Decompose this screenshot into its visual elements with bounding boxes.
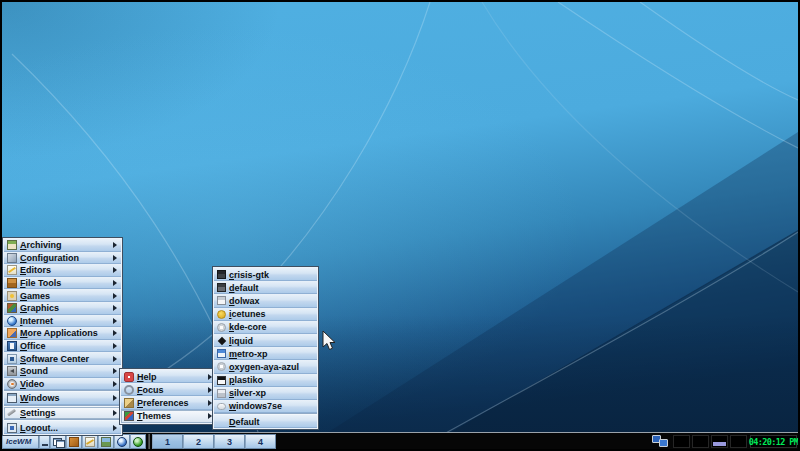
menu-item-windows[interactable]: Windows <box>4 392 121 405</box>
menu-item-dolwax[interactable]: dolwax <box>214 294 317 307</box>
menu-item-internet[interactable]: Internet <box>4 315 121 328</box>
menu-item-themes[interactable]: Themes <box>121 410 216 423</box>
submenu-arrow-icon <box>113 395 117 401</box>
theme-light-icon <box>217 296 226 305</box>
workspace-button-2[interactable]: 2 <box>183 434 214 449</box>
screen: Archiving Configuration Editors <box>0 0 800 451</box>
archiving-icon <box>7 240 17 250</box>
system-tray: 04:20:12 PM <box>651 434 797 449</box>
workspace-button-4[interactable]: 4 <box>245 434 276 449</box>
logout-icon <box>7 423 17 433</box>
menu-item-preferences[interactable]: Preferences <box>121 396 216 409</box>
workspace-button-1[interactable]: 1 <box>152 434 183 449</box>
submenu-arrow-icon <box>113 267 117 273</box>
menu-item-settings[interactable]: Settings <box>4 407 121 420</box>
menu-item-sound[interactable]: Sound <box>4 365 121 378</box>
focus-icon <box>124 385 134 395</box>
menu-item-crisis-gtk[interactable]: crisis-gtk <box>214 268 317 281</box>
window-list-button[interactable] <box>50 434 66 449</box>
submenu-arrow-icon <box>113 425 117 431</box>
submenu-arrow-icon <box>113 318 117 324</box>
menu-item-plastiko[interactable]: plastiko <box>214 374 317 387</box>
globe-green-icon <box>133 437 143 447</box>
menu-item-kde-core[interactable]: kde-core <box>214 321 317 334</box>
menu-item-help[interactable]: Help <box>121 370 216 383</box>
settings-icon <box>7 408 17 418</box>
internet-icon <box>7 316 17 326</box>
configuration-icon <box>7 253 17 263</box>
preferences-icon <box>124 398 134 408</box>
image-icon <box>101 437 111 447</box>
submenu-arrow-icon <box>113 356 117 362</box>
network-icon[interactable] <box>651 435 671 448</box>
launcher-browser-button[interactable] <box>114 434 130 449</box>
submenu-arrow-icon <box>113 255 117 261</box>
menu-item-default[interactable]: Default <box>214 415 317 428</box>
theme-bw-icon <box>217 376 226 385</box>
browser-icon <box>117 437 127 447</box>
menu-item-liquid[interactable]: liquid <box>214 334 317 347</box>
launcher-globe-green-button[interactable] <box>130 434 146 449</box>
start-button[interactable]: IceWM <box>2 434 39 449</box>
taskbar-separator <box>148 434 150 449</box>
tray-applet <box>711 435 728 448</box>
submenu-arrow-icon <box>113 410 117 416</box>
menu-item-games[interactable]: Games <box>4 289 121 302</box>
sound-icon <box>7 366 17 376</box>
theme-diamond-icon <box>217 336 226 345</box>
menu-item-software-center[interactable]: Software Center <box>4 352 121 365</box>
theme-ring2-icon <box>217 362 226 371</box>
editors-icon <box>7 265 17 275</box>
windows-icon <box>7 393 17 403</box>
editor-icon <box>85 437 95 447</box>
submenu-arrow-icon <box>113 381 117 387</box>
menu-item-focus[interactable]: Focus <box>121 383 216 396</box>
theme-dark2-icon <box>217 283 226 292</box>
theme-silver-icon <box>217 389 226 398</box>
workspace-button-3[interactable]: 3 <box>214 434 245 449</box>
menu-item-file-tools[interactable]: File Tools <box>4 277 121 290</box>
theme-ring-icon <box>217 323 226 332</box>
graphics-icon <box>7 303 17 313</box>
menu-item-windows7se[interactable]: windows7se <box>214 400 317 413</box>
submenu-arrow-icon <box>113 293 117 299</box>
submenu-arrow-icon <box>113 242 117 248</box>
menu-item-default[interactable]: default <box>214 281 317 294</box>
theme-yellow-icon <box>217 310 226 319</box>
file-tools-icon <box>7 278 17 288</box>
themes-icon <box>124 411 134 421</box>
menu-item-graphics[interactable]: Graphics <box>4 302 121 315</box>
theme-dark-icon <box>217 270 226 279</box>
themes-submenu: crisis-gtk default dolwax ice <box>212 266 319 430</box>
submenu-arrow-icon <box>113 280 117 286</box>
submenu-arrow-icon <box>113 330 117 336</box>
help-icon <box>124 372 134 382</box>
tray-applet <box>692 435 709 448</box>
submenu-arrow-icon <box>113 368 117 374</box>
menu-item-logout[interactable]: Logout... <box>4 421 121 434</box>
theme-pill-icon <box>217 403 226 410</box>
software-center-icon <box>7 354 17 364</box>
tray-applet <box>730 435 747 448</box>
menu-item-editors[interactable]: Editors <box>4 264 121 277</box>
menu-item-office[interactable]: Office <box>4 340 121 353</box>
root-menu: Archiving Configuration Editors <box>2 237 123 436</box>
menu-item-silver-xp[interactable]: silver-xp <box>214 387 317 400</box>
menu-item-video[interactable]: Video <box>4 378 121 391</box>
clock[interactable]: 04:20:12 PM <box>750 435 797 448</box>
menu-item-oxygen-aya-azul[interactable]: oxygen-aya-azul <box>214 360 317 373</box>
mouse-cursor <box>322 330 338 352</box>
launcher-package-button[interactable] <box>66 434 82 449</box>
more-applications-icon <box>7 328 17 338</box>
menu-item-metro-xp[interactable]: metro-xp <box>214 347 317 360</box>
show-desktop-button[interactable] <box>39 434 50 449</box>
tray-applet <box>673 435 690 448</box>
menu-item-icetunes[interactable]: icetunes <box>214 308 317 321</box>
menu-item-archiving[interactable]: Archiving <box>4 239 121 252</box>
menu-item-configuration[interactable]: Configuration <box>4 252 121 265</box>
launcher-editor-button[interactable] <box>82 434 98 449</box>
video-icon <box>7 379 17 389</box>
menu-item-more-applications[interactable]: More Applications <box>4 327 121 340</box>
launcher-image-button[interactable] <box>98 434 114 449</box>
settings-submenu: Help Focus Preferences Themes <box>119 368 218 425</box>
